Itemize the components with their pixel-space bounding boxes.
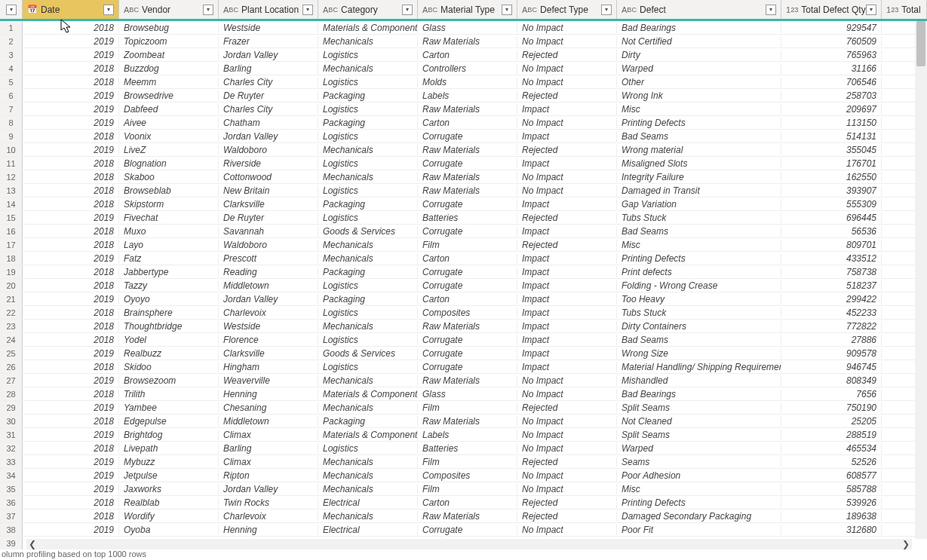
cell-defect-type[interactable]: No Impact: [517, 63, 617, 74]
table-row[interactable]: 102019LiveZWaldoboroMechanicalsRaw Mater…: [0, 143, 927, 157]
cell-material[interactable]: Corrugate: [418, 226, 517, 237]
table-row[interactable]: 42018BuzzdogBarlingMechanicalsController…: [0, 62, 927, 75]
cell-material[interactable]: Carton: [418, 50, 517, 60]
cell-defect[interactable]: Integrity Failure: [617, 172, 781, 182]
filter-dropdown-icon[interactable]: ▾: [866, 5, 876, 15]
cell-plant[interactable]: Prescott: [219, 253, 318, 264]
cell-plant[interactable]: Middletown: [219, 416, 318, 427]
cell-qty[interactable]: 539926: [781, 497, 882, 508]
cell-defect[interactable]: Print defects: [617, 267, 781, 277]
cell-defect-type[interactable]: Impact: [517, 362, 617, 372]
cell-defect-type[interactable]: No Impact: [517, 185, 617, 196]
cell-category[interactable]: Logistics: [318, 362, 418, 372]
cell-category[interactable]: Mechanicals: [318, 63, 418, 74]
cell-category[interactable]: Materials & Components: [318, 430, 418, 440]
cell-defect-type[interactable]: No Impact: [517, 118, 617, 128]
cell-category[interactable]: Materials & Components: [318, 389, 418, 399]
cell-date[interactable]: 2018: [23, 443, 119, 454]
cell-date[interactable]: 2018: [23, 362, 119, 372]
cell-plant[interactable]: New Britain: [219, 185, 318, 196]
cell-date[interactable]: 2018: [23, 335, 119, 345]
cell-category[interactable]: Logistics: [318, 104, 418, 115]
cell-material[interactable]: Carton: [418, 497, 517, 508]
filter-dropdown-icon[interactable]: ▾: [103, 5, 114, 15]
cell-category[interactable]: Mechanicals: [318, 375, 418, 386]
cell-defect-type[interactable]: No Impact: [517, 23, 617, 33]
cell-defect[interactable]: Too Heavy: [617, 294, 781, 304]
cell-plant[interactable]: Reading: [219, 267, 318, 277]
cell-plant[interactable]: Jordan Valley: [219, 50, 318, 60]
cell-date[interactable]: 2019: [23, 253, 119, 264]
cell-material[interactable]: Composites: [418, 308, 517, 318]
cell-plant[interactable]: De Ruyter: [219, 213, 318, 223]
cell-defect[interactable]: Printing Defects: [617, 497, 781, 508]
table-row[interactable]: 312019BrightdogClimaxMaterials & Compone…: [0, 428, 927, 442]
cell-qty[interactable]: 465534: [781, 443, 882, 454]
cell-material[interactable]: Molds: [418, 77, 517, 87]
cell-category[interactable]: Logistics: [318, 185, 418, 196]
cell-vendor[interactable]: Dabfeed: [119, 104, 219, 115]
cell-vendor[interactable]: Browsebug: [119, 23, 219, 33]
cell-plant[interactable]: Chatham: [219, 118, 318, 128]
table-row[interactable]: 352019JaxworksJordan ValleyMechanicalsFi…: [0, 482, 927, 496]
cell-vendor[interactable]: Browsezoom: [119, 375, 219, 386]
cell-plant[interactable]: Frazer: [219, 36, 318, 47]
cell-category[interactable]: Logistics: [318, 50, 418, 60]
cell-material[interactable]: Glass: [418, 389, 517, 399]
cell-category[interactable]: Mechanicals: [318, 511, 418, 522]
cell-material[interactable]: Raw Materials: [418, 375, 517, 386]
cell-material[interactable]: Controllers: [418, 63, 517, 74]
cell-defect[interactable]: Bad Seams: [617, 131, 781, 142]
cell-date[interactable]: 2019: [23, 525, 119, 535]
cell-defect[interactable]: Other: [617, 77, 781, 87]
cell-defect[interactable]: Gap Variation: [617, 199, 781, 210]
cell-qty[interactable]: 299422: [781, 294, 882, 304]
cell-defect[interactable]: Bad Bearings: [617, 389, 781, 399]
table-row[interactable]: 142018SkipstormClarksvillePackagingCorru…: [0, 197, 927, 211]
cell-qty[interactable]: 258703: [781, 90, 882, 101]
cell-category[interactable]: Mechanicals: [318, 402, 418, 413]
cell-vendor[interactable]: Edgepulse: [119, 416, 219, 427]
cell-material[interactable]: Carton: [418, 118, 517, 128]
cell-defect-type[interactable]: Impact: [517, 294, 617, 304]
cell-defect-type[interactable]: Rejected: [517, 457, 617, 467]
cell-vendor[interactable]: Buzzdog: [119, 63, 219, 74]
cell-material[interactable]: Corrugate: [418, 348, 517, 359]
table-row[interactable]: 242018YodelFlorenceLogisticsCorrugateImp…: [0, 333, 927, 347]
cell-plant[interactable]: Hingham: [219, 362, 318, 372]
cell-date[interactable]: 2019: [23, 294, 119, 304]
cell-date[interactable]: 2019: [23, 50, 119, 60]
cell-date[interactable]: 2018: [23, 199, 119, 210]
cell-vendor[interactable]: Wordify: [119, 511, 219, 522]
cell-defect[interactable]: Printing Defects: [617, 118, 781, 128]
cell-qty[interactable]: 518237: [781, 280, 882, 291]
cell-vendor[interactable]: Zoombeat: [119, 50, 219, 60]
cell-plant[interactable]: Waldoboro: [219, 145, 318, 155]
cell-material[interactable]: Batteries: [418, 213, 517, 223]
cell-defect[interactable]: Tubs Stuck: [617, 213, 781, 223]
cell-material[interactable]: Film: [418, 484, 517, 494]
cell-date[interactable]: 2019: [23, 375, 119, 386]
cell-qty[interactable]: 7656: [781, 389, 882, 399]
cell-defect-type[interactable]: No Impact: [517, 443, 617, 454]
cell-defect-type[interactable]: Impact: [517, 104, 617, 115]
table-row[interactable]: 162018MuxoSavannahGoods & ServicesCorrug…: [0, 225, 927, 238]
cell-plant[interactable]: Charles City: [219, 77, 318, 87]
cell-vendor[interactable]: Skidoo: [119, 362, 219, 372]
cell-defect-type[interactable]: No Impact: [517, 36, 617, 47]
cell-defect-type[interactable]: Impact: [517, 253, 617, 264]
cell-date[interactable]: 2018: [23, 77, 119, 87]
cell-category[interactable]: Logistics: [318, 77, 418, 87]
cell-material[interactable]: Corrugate: [418, 362, 517, 372]
table-row[interactable]: 342019JetpulseRiptonMechanicalsComposite…: [0, 469, 927, 482]
cell-category[interactable]: Packaging: [318, 90, 418, 101]
cell-vendor[interactable]: Meemm: [119, 77, 219, 87]
col-header-downtime[interactable]: 123 Total Do: [882, 0, 927, 19]
cell-qty[interactable]: 772822: [781, 321, 882, 332]
cell-vendor[interactable]: Trilith: [119, 389, 219, 399]
cell-defect-type[interactable]: No Impact: [517, 375, 617, 386]
cell-plant[interactable]: Riverside: [219, 158, 318, 169]
table-row[interactable]: 292019YambeeChesaningMechanicalsFilmReje…: [0, 401, 927, 415]
cell-qty[interactable]: 750190: [781, 402, 882, 413]
filter-dropdown-icon[interactable]: ▾: [502, 5, 512, 15]
